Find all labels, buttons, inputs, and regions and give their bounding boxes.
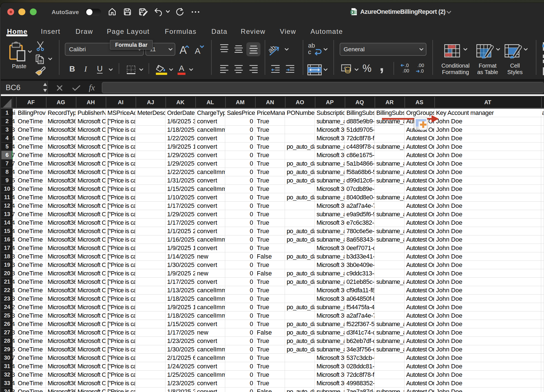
svg-text:.00: .00 — [403, 68, 409, 73]
svg-text:X: X — [351, 10, 353, 14]
svg-text:.00: .00 — [417, 64, 424, 68]
svg-text:.0: .0 — [405, 64, 409, 68]
svg-text:.0: .0 — [420, 68, 424, 73]
